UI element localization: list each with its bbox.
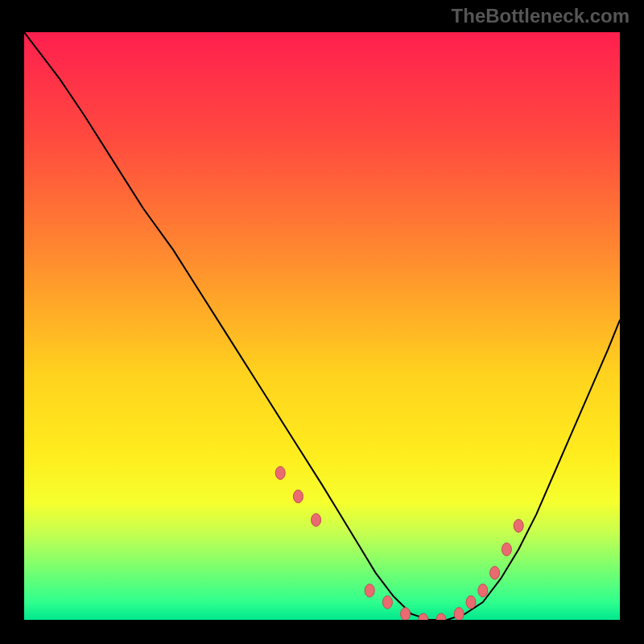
curve-marker: [490, 567, 500, 580]
chart-container: TheBottleneck.com: [0, 0, 644, 644]
chart-svg: [24, 32, 620, 620]
curve-marker: [365, 584, 374, 597]
curve-marker: [466, 596, 476, 609]
plot-area: [24, 32, 620, 620]
curve-marker: [514, 519, 523, 532]
curve-marker: [382, 596, 392, 609]
curve-marker: [275, 467, 285, 480]
curve-marker: [419, 613, 428, 620]
curve-marker: [454, 608, 464, 620]
curve-markers: [275, 467, 523, 621]
curve-marker: [436, 613, 446, 620]
curve-marker: [312, 514, 321, 526]
watermark-text: TheBottleneck.com: [452, 5, 630, 27]
curve-marker: [293, 490, 303, 503]
curve-marker: [478, 584, 488, 597]
bottleneck-curve: [24, 32, 620, 620]
curve-marker: [502, 543, 511, 555]
curve-marker: [401, 608, 411, 620]
